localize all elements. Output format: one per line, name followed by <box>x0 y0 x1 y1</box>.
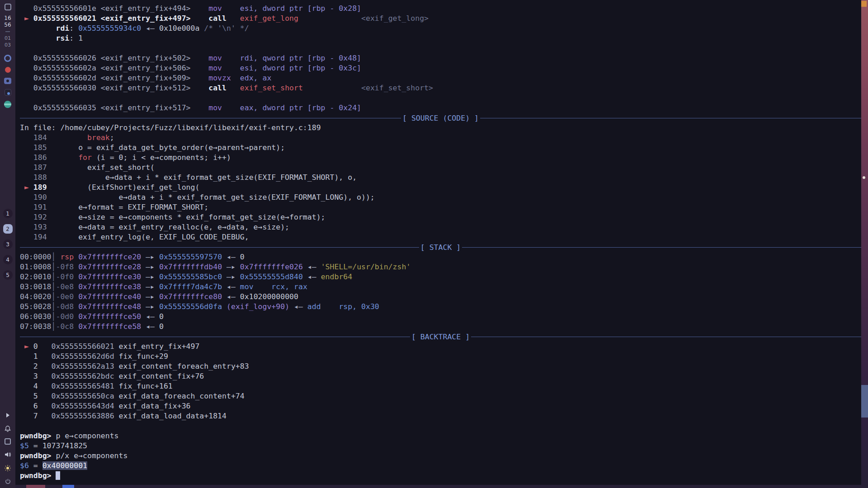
terminal-line: ► 0x555555566021 <exif_entry_fix+497> ca… <box>20 14 861 23</box>
date-day: 01 <box>5 35 11 42</box>
terminal-line: 02:0010│-0f0 0x7fffffffce30 —▸ 0x5555555… <box>20 272 861 282</box>
terminal-line: 194 exif_entry_log(e, EXIF_LOG_CODE_DEBU… <box>20 232 861 242</box>
sidebar-bottom-cluster <box>0 411 15 485</box>
selected-text: 0x40000001 <box>42 461 87 470</box>
terminal-line: 187 exif_set_short( <box>20 163 861 173</box>
terminal-line: 0x55555556601e <exif_entry_fix+494> mov … <box>20 4 861 14</box>
stack-section-header: [ STACK ] <box>20 242 861 252</box>
terminal-line: 3 0x555555562bdc exif_content_fix+76 <box>20 371 861 381</box>
terminal-line: 184 break; <box>20 133 861 143</box>
terminal-line: rsi: 1 <box>20 33 861 43</box>
date-display: 01 03 <box>5 35 11 48</box>
workspace-3[interactable]: 3 <box>3 239 13 249</box>
terminal-line: 06:0030│-0d0 0x7fffffffce50 ◂— 0 <box>20 312 861 322</box>
clock-minute: 56 <box>4 22 11 28</box>
sidebar-top-cluster: 16 56 01 03 <box>0 0 15 108</box>
terminal-line: In file: /home/cubey/Projects/Fuzz/libex… <box>20 123 861 133</box>
source-section-header: [ SOURCE (CODE) ] <box>20 113 861 123</box>
terminal-line: ► 0 0x555555566021 exif_entry_fix+497 <box>20 342 861 352</box>
terminal-line: 0x55555556602d <exif_entry_fix+509> movz… <box>20 73 861 83</box>
terminal-line: 191 e→format = EXIF_FORMAT_SHORT; <box>20 202 861 212</box>
header-rule <box>462 247 861 248</box>
camera-icon[interactable] <box>4 78 11 84</box>
header-rule <box>20 337 410 337</box>
taskbar-fragment-blue <box>62 485 74 488</box>
terminal-line: 05:0028│-0d8 0x7fffffffce48 —▸ 0x5555555… <box>20 302 861 312</box>
sidebar-tool-icons <box>4 55 11 108</box>
timer-icon[interactable] <box>5 67 11 73</box>
command-console[interactable]: pwndbg> p e→components$5 = 1073741825pwn… <box>20 421 861 481</box>
disassembly-pane: 0x55555556601e <exif_entry_fix+494> mov … <box>20 4 861 113</box>
header-rule <box>471 337 861 337</box>
stack-pane: 00:0000│ rsp 0x7fffffffce20 —▸ 0x5555555… <box>20 252 861 332</box>
terminal-line: 0x555555566035 <exif_entry_fix+517> mov … <box>20 103 861 113</box>
terminal-line: $6 = 0x40000001 <box>20 461 861 471</box>
terminal-line: 00:0000│ rsp 0x7fffffffce20 —▸ 0x5555555… <box>20 252 861 262</box>
terminal-line: 185 o = exif_data_get_byte_order(e→paren… <box>20 143 861 153</box>
terminal-window[interactable]: 0x55555556601e <exif_entry_fix+494> mov … <box>15 0 861 485</box>
volume-icon[interactable] <box>4 450 12 458</box>
clipboard-icon[interactable] <box>5 438 11 445</box>
wallpaper-light-dot <box>863 176 865 179</box>
terminal-line: ► 189 (ExifShort)exif_get_long( <box>20 183 861 192</box>
screenshot-icon[interactable] <box>5 89 11 96</box>
terminal-line: pwndbg> <box>20 471 861 481</box>
terminal-cursor <box>56 471 60 480</box>
date-month: 03 <box>5 42 11 48</box>
workspace-2[interactable]: 2 <box>3 224 13 234</box>
clock-display: 16 56 <box>4 15 11 28</box>
terminal-line <box>20 43 861 53</box>
terminal-line: 192 e→size = e→components * exif_format_… <box>20 212 861 222</box>
workspace-4[interactable]: 4 <box>3 255 13 264</box>
header-rule <box>20 118 401 118</box>
stack-header-label: [ STACK ] <box>420 243 461 252</box>
terminal-line: rdi: 0x5555555934c0 ◂— 0x10e000a /* '\n'… <box>20 23 861 33</box>
power-icon[interactable] <box>4 478 12 485</box>
divider <box>5 31 10 32</box>
backtrace-pane: ► 0 0x555555566021 exif_entry_fix+497 1 … <box>20 342 861 421</box>
terminal-line: 4 0x555555565481 fix_func+161 <box>20 381 861 391</box>
workspace-switcher: 12345 <box>0 209 15 280</box>
backtrace-header-label: [ BACKTRACE ] <box>411 333 470 341</box>
terminal-line: 1 0x555555562d6d fix_func+29 <box>20 352 861 361</box>
terminal-line: 07:0038│-0c8 0x7fffffffce58 ◂— 0 <box>20 322 861 332</box>
workspace-1[interactable]: 1 <box>3 209 13 218</box>
backtrace-section-header: [ BACKTRACE ] <box>20 332 861 342</box>
terminal-line: 5 0x5555555650ca exif_data_foreach_conte… <box>20 391 861 401</box>
source-header-label: [ SOURCE (CODE) ] <box>402 114 479 122</box>
terminal-line: 186 for (i = 0; i < e→components; i++) <box>20 153 861 163</box>
wallpaper-orange-accent <box>861 1 867 7</box>
terminal-line: 190 e→data + i * exif_format_get_size(EX… <box>20 192 861 202</box>
terminal-line: 01:0008│-0f8 0x7fffffffce28 —▸ 0x7ffffff… <box>20 262 861 272</box>
terminal-line: 0x555555566026 <exif_entry_fix+502> mov … <box>20 53 861 63</box>
brightness-icon[interactable] <box>4 464 12 472</box>
wallpaper-blue-accent <box>861 385 868 418</box>
terminal-line: 193 e→data = exif_entry_realloc(e, e→dat… <box>20 222 861 232</box>
header-rule <box>480 118 861 118</box>
taskbar-fragment-pink <box>26 485 45 488</box>
workspace-5[interactable]: 5 <box>3 270 13 280</box>
status-sidebar: 16 56 01 03 12345 <box>0 0 15 488</box>
terminal-line: 03:0018│-0e8 0x7fffffffce38 —▸ 0x7ffff7d… <box>20 282 861 292</box>
terminal-line: $5 = 1073741825 <box>20 441 861 451</box>
launcher-icon[interactable] <box>5 4 11 10</box>
terminal-line <box>20 421 861 431</box>
globe-icon[interactable] <box>4 101 11 108</box>
expand-icon[interactable] <box>4 411 12 419</box>
source-code-pane: In file: /home/cubey/Projects/Fuzz/libex… <box>20 123 861 242</box>
terminal-line: 2 0x555555562a13 exif_content_foreach_en… <box>20 361 861 371</box>
terminal-line: 188 e→data + i * exif_format_get_size(EX… <box>20 173 861 183</box>
terminal-line: 0x55555556602a <exif_entry_fix+506> mov … <box>20 63 861 73</box>
terminal-line: 04:0020│-0e0 0x7fffffffce40 —▸ 0x7ffffff… <box>20 292 861 302</box>
recorder-icon[interactable] <box>4 55 11 62</box>
terminal-line: 7 0x555555563886 exif_data_load_data+181… <box>20 411 861 421</box>
header-rule <box>20 247 419 248</box>
clock-hour: 16 <box>4 15 11 22</box>
terminal-line: 6 0x5555555643d4 exif_data_fix+36 <box>20 401 861 411</box>
terminal-line: pwndbg> p/x e→components <box>20 451 861 461</box>
terminal-line: 0x555555566030 <exif_entry_fix+512> call… <box>20 83 861 93</box>
terminal-line <box>20 93 861 103</box>
terminal-line: pwndbg> p e→components <box>20 431 861 441</box>
bell-icon[interactable] <box>4 425 12 432</box>
